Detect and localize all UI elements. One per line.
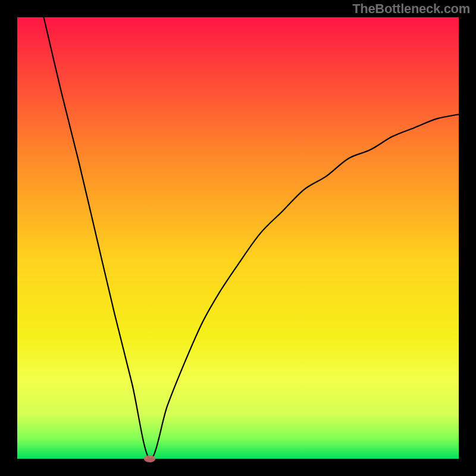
watermark-text: TheBottleneck.com [352,1,470,17]
bottleneck-chart [0,0,476,476]
optimum-marker [144,455,156,462]
plot-area [17,17,459,459]
